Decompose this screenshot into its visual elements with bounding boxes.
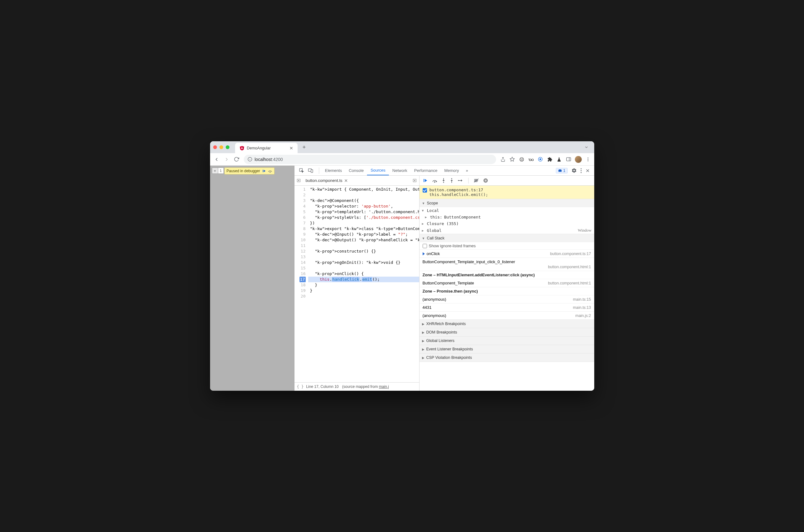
browser-tab[interactable]: DemoAngular ✕ xyxy=(235,143,298,153)
svg-marker-35 xyxy=(424,179,427,182)
svg-marker-20 xyxy=(264,170,265,172)
step-out-button[interactable] xyxy=(450,178,454,183)
page-add-button[interactable]: + xyxy=(212,168,218,174)
svg-point-7 xyxy=(520,157,523,161)
url-host: localhost xyxy=(255,157,272,162)
info-icon xyxy=(248,157,252,162)
profile-avatar[interactable] xyxy=(575,156,582,163)
step-into-button[interactable] xyxy=(442,178,445,183)
window-minimize-icon[interactable] xyxy=(219,145,223,149)
callstack-frame[interactable]: (anonymous)main.js:2 xyxy=(420,311,594,320)
step-over-button[interactable] xyxy=(432,178,437,183)
debugger-toolbar xyxy=(420,176,594,186)
devtools-close-icon[interactable] xyxy=(586,169,590,173)
browser-menu-icon[interactable] xyxy=(585,156,591,163)
pause-on-exceptions-button[interactable] xyxy=(483,178,488,183)
scope-this[interactable]: ▶this: ButtonComponent xyxy=(420,214,594,220)
source-map-link[interactable]: main.j xyxy=(379,384,389,389)
scope-header[interactable]: ▼Scope xyxy=(420,199,594,207)
mapped-prefix: (source mapped from xyxy=(342,384,379,389)
callstack-section: ▼Call Stack Show ignore-listed frames on… xyxy=(420,234,594,320)
svg-point-9 xyxy=(522,159,522,159)
callstack-frame[interactable]: Zone – HTMLInputElement.addEventListener… xyxy=(420,271,594,279)
svg-point-25 xyxy=(580,168,581,169)
tab-more[interactable]: » xyxy=(462,166,472,175)
scope-local[interactable]: ▼Local xyxy=(420,207,594,214)
share-icon[interactable] xyxy=(500,156,506,163)
step-button[interactable] xyxy=(458,178,463,183)
sources-split: button.component.ts ✕ 123456789101112131… xyxy=(294,176,594,391)
collapsed-section-header[interactable]: ▶DOM Breakpoints xyxy=(420,328,594,336)
callstack-header[interactable]: ▼Call Stack xyxy=(420,234,594,242)
nav-back-button[interactable] xyxy=(212,155,221,164)
step-mini-icon[interactable] xyxy=(268,169,272,173)
svg-marker-31 xyxy=(298,180,299,181)
editor-footer: { } Line 17, Column 10 (source mapped fr… xyxy=(294,382,419,391)
resume-mini-icon[interactable] xyxy=(262,169,266,173)
collapsed-section-header[interactable]: ▶Global Listeners xyxy=(420,337,594,345)
devtools-menu-icon[interactable] xyxy=(580,168,582,173)
ext2-icon[interactable] xyxy=(528,156,534,163)
collapsed-section-header[interactable]: ▶CSP Violation Breakpoints xyxy=(420,354,594,362)
scope-global[interactable]: ▶GlobalWindow xyxy=(420,227,594,234)
scope-closure[interactable]: ▶Closure (355) xyxy=(420,220,594,227)
nav-reload-button[interactable] xyxy=(232,155,241,164)
omnibox[interactable]: localhost:4200 xyxy=(244,155,496,164)
sidepanel-icon[interactable] xyxy=(566,156,572,163)
callstack-frame[interactable]: Zone – Promise.then (async) xyxy=(420,287,594,295)
callstack-frame[interactable]: onClickbutton.component.ts:17 xyxy=(420,249,594,258)
debugger-toggle-icon[interactable] xyxy=(410,178,419,183)
resume-button[interactable] xyxy=(423,178,428,183)
editor-tab-close-icon[interactable]: ✕ xyxy=(344,178,348,183)
collapsed-section-header[interactable]: ▶XHR/fetch Breakpoints xyxy=(420,320,594,328)
tab-elements[interactable]: Elements xyxy=(322,166,345,175)
deactivate-breakpoints-button[interactable] xyxy=(474,178,479,183)
tab-memory[interactable]: Memory xyxy=(441,166,462,175)
inspect-element-icon[interactable] xyxy=(299,168,304,173)
callstack-frame[interactable]: ButtonComponent_Template_input_click_0_l… xyxy=(420,258,594,271)
extensions-icon[interactable] xyxy=(547,156,553,163)
tab-network[interactable]: Network xyxy=(389,166,411,175)
new-tab-button[interactable]: + xyxy=(300,143,308,152)
svg-point-27 xyxy=(580,172,581,173)
window-close-icon[interactable] xyxy=(213,145,217,149)
code-editor[interactable]: 1234567891011121314151617181920 "k-kw">i… xyxy=(294,186,419,382)
window-dropdown-icon[interactable] xyxy=(582,144,591,151)
ext3-icon[interactable] xyxy=(537,156,543,163)
labs-icon[interactable] xyxy=(556,156,562,163)
page-viewport: + 1 Paused in debugger xyxy=(210,166,294,391)
callstack-frame[interactable]: (anonymous)main.ts:15 xyxy=(420,295,594,303)
tab-sources[interactable]: Sources xyxy=(367,166,389,175)
svg-point-36 xyxy=(434,181,435,182)
tab-performance[interactable]: Performance xyxy=(411,166,441,175)
svg-marker-41 xyxy=(461,179,462,182)
tab-close-icon[interactable]: ✕ xyxy=(289,146,293,151)
issues-count: 1 xyxy=(563,169,566,173)
issues-button[interactable]: 1 xyxy=(556,168,568,173)
line-gutter[interactable]: 1234567891011121314151617181920 xyxy=(294,186,308,382)
svg-point-8 xyxy=(521,159,521,159)
breakpoint-enabled-checkbox[interactable] xyxy=(423,188,427,193)
svg-point-18 xyxy=(587,160,588,161)
device-toggle-icon[interactable] xyxy=(308,168,313,173)
nav-forward-button[interactable] xyxy=(222,155,231,164)
svg-rect-24 xyxy=(311,170,312,173)
editor-tab-file[interactable]: button.component.ts ✕ xyxy=(303,178,351,183)
bookmark-star-icon[interactable] xyxy=(509,156,515,163)
url-port: :4200 xyxy=(272,157,283,162)
show-ignore-listed-checkbox[interactable]: Show ignore-listed frames xyxy=(420,242,594,249)
issues-icon xyxy=(558,169,562,173)
window-zoom-icon[interactable] xyxy=(226,145,229,149)
devtools-settings-icon[interactable] xyxy=(571,168,577,173)
pretty-print-icon[interactable]: { } xyxy=(297,384,304,389)
collapsed-section-header[interactable]: ▶Event Listener Breakpoints xyxy=(420,345,594,353)
svg-marker-37 xyxy=(442,180,445,182)
callstack-frame[interactable]: 4431main.ts:13 xyxy=(420,303,594,311)
ext1-icon[interactable] xyxy=(519,156,525,163)
breakpoint-location: button.component.ts:17 xyxy=(429,188,483,192)
tab-console[interactable]: Console xyxy=(345,166,367,175)
address-bar: localhost:4200 xyxy=(210,153,594,166)
callstack-frame[interactable]: ButtonComponent_Templatebutton.component… xyxy=(420,279,594,287)
navigator-toggle-icon[interactable] xyxy=(294,178,303,183)
page-counter: 1 xyxy=(218,168,224,174)
